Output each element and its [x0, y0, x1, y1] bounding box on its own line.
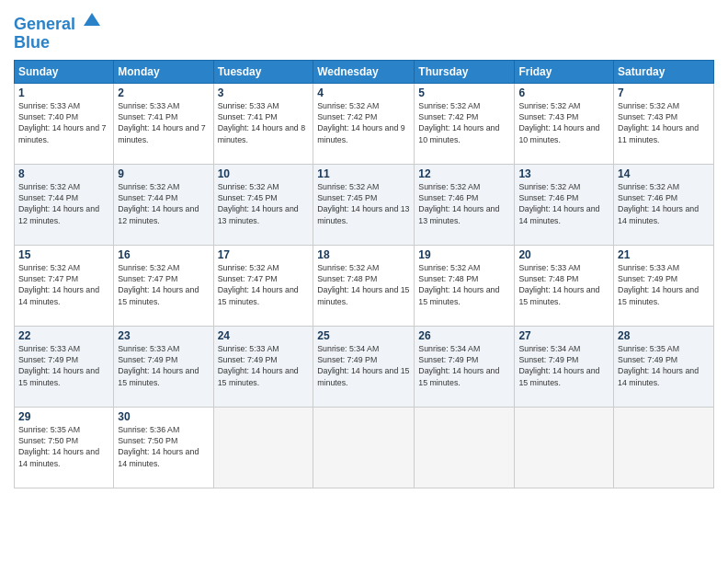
logo-text: General Blue [14, 9, 102, 52]
day-info: Sunrise: 5:32 AM Sunset: 7:48 PM Dayligh… [317, 262, 410, 307]
logo-blue: Blue [14, 33, 50, 52]
day-number: 25 [317, 329, 410, 342]
day-number: 15 [18, 248, 109, 261]
table-row: 25 Sunrise: 5:34 AM Sunset: 7:49 PM Dayl… [313, 326, 415, 407]
day-info: Sunrise: 5:32 AM Sunset: 7:47 PM Dayligh… [18, 262, 109, 307]
day-info: Sunrise: 5:33 AM Sunset: 7:49 PM Dayligh… [218, 343, 310, 388]
day-number: 26 [418, 329, 510, 342]
day-info: Sunrise: 5:32 AM Sunset: 7:46 PM Dayligh… [418, 181, 510, 226]
table-row: 28 Sunrise: 5:35 AM Sunset: 7:49 PM Dayl… [614, 326, 714, 407]
table-row: 17 Sunrise: 5:32 AM Sunset: 7:47 PM Dayl… [213, 245, 313, 326]
day-info: Sunrise: 5:32 AM Sunset: 7:45 PM Dayligh… [218, 181, 310, 226]
day-number: 8 [18, 167, 109, 180]
table-row: 6 Sunrise: 5:32 AM Sunset: 7:43 PM Dayli… [515, 83, 614, 164]
table-row: 9 Sunrise: 5:32 AM Sunset: 7:44 PM Dayli… [114, 164, 213, 245]
calendar-week-row: 8 Sunrise: 5:32 AM Sunset: 7:44 PM Dayli… [15, 164, 714, 245]
table-row: 29 Sunrise: 5:35 AM Sunset: 7:50 PM Dayl… [15, 407, 114, 488]
day-number: 22 [18, 329, 109, 342]
col-sunday: Sunday [15, 60, 114, 83]
table-row: 30 Sunrise: 5:36 AM Sunset: 7:50 PM Dayl… [114, 407, 213, 488]
table-row: 10 Sunrise: 5:32 AM Sunset: 7:45 PM Dayl… [213, 164, 313, 245]
day-number: 17 [218, 248, 310, 261]
table-row: 27 Sunrise: 5:34 AM Sunset: 7:49 PM Dayl… [515, 326, 614, 407]
table-row: 13 Sunrise: 5:32 AM Sunset: 7:46 PM Dayl… [515, 164, 614, 245]
calendar-week-row: 29 Sunrise: 5:35 AM Sunset: 7:50 PM Dayl… [15, 407, 714, 488]
day-number: 23 [118, 329, 209, 342]
day-info: Sunrise: 5:32 AM Sunset: 7:47 PM Dayligh… [118, 262, 209, 307]
table-row: 1 Sunrise: 5:33 AM Sunset: 7:40 PM Dayli… [15, 83, 114, 164]
table-row: 4 Sunrise: 5:32 AM Sunset: 7:42 PM Dayli… [313, 83, 415, 164]
day-number: 16 [118, 248, 209, 261]
col-thursday: Thursday [415, 60, 515, 83]
table-row [313, 407, 415, 488]
table-row [515, 407, 614, 488]
day-info: Sunrise: 5:32 AM Sunset: 7:46 PM Dayligh… [518, 181, 609, 226]
day-info: Sunrise: 5:35 AM Sunset: 7:49 PM Dayligh… [618, 343, 710, 388]
day-info: Sunrise: 5:33 AM Sunset: 7:49 PM Dayligh… [18, 343, 109, 388]
day-number: 20 [518, 248, 609, 261]
day-info: Sunrise: 5:33 AM Sunset: 7:40 PM Dayligh… [18, 100, 109, 145]
day-number: 2 [118, 86, 209, 99]
table-row: 19 Sunrise: 5:32 AM Sunset: 7:48 PM Dayl… [415, 245, 515, 326]
table-row: 5 Sunrise: 5:32 AM Sunset: 7:42 PM Dayli… [415, 83, 515, 164]
calendar-week-row: 15 Sunrise: 5:32 AM Sunset: 7:47 PM Dayl… [15, 245, 714, 326]
day-number: 6 [518, 86, 609, 99]
day-number: 27 [518, 329, 609, 342]
day-number: 19 [418, 248, 510, 261]
calendar-header-row: Sunday Monday Tuesday Wednesday Thursday… [15, 60, 714, 83]
col-monday: Monday [114, 60, 213, 83]
day-info: Sunrise: 5:32 AM Sunset: 7:42 PM Dayligh… [317, 100, 410, 145]
col-wednesday: Wednesday [313, 60, 415, 83]
day-info: Sunrise: 5:34 AM Sunset: 7:49 PM Dayligh… [317, 343, 410, 388]
day-number: 14 [618, 167, 710, 180]
header: General Blue [14, 9, 714, 52]
table-row: 23 Sunrise: 5:33 AM Sunset: 7:49 PM Dayl… [114, 326, 213, 407]
logo: General Blue [14, 9, 102, 52]
day-info: Sunrise: 5:34 AM Sunset: 7:49 PM Dayligh… [518, 343, 609, 388]
day-number: 18 [317, 248, 410, 261]
table-row: 11 Sunrise: 5:32 AM Sunset: 7:45 PM Dayl… [313, 164, 415, 245]
day-number: 21 [618, 248, 710, 261]
day-info: Sunrise: 5:32 AM Sunset: 7:48 PM Dayligh… [418, 262, 510, 307]
calendar-table: Sunday Monday Tuesday Wednesday Thursday… [14, 60, 714, 488]
day-info: Sunrise: 5:33 AM Sunset: 7:41 PM Dayligh… [218, 100, 310, 145]
table-row: 7 Sunrise: 5:32 AM Sunset: 7:43 PM Dayli… [614, 83, 714, 164]
day-number: 3 [218, 86, 310, 99]
calendar-week-row: 22 Sunrise: 5:33 AM Sunset: 7:49 PM Dayl… [15, 326, 714, 407]
page: General Blue Sunday Monday Tuesday Wedne… [0, 0, 728, 563]
table-row: 2 Sunrise: 5:33 AM Sunset: 7:41 PM Dayli… [114, 83, 213, 164]
day-number: 29 [18, 410, 109, 423]
day-info: Sunrise: 5:35 AM Sunset: 7:50 PM Dayligh… [18, 424, 109, 469]
table-row: 12 Sunrise: 5:32 AM Sunset: 7:46 PM Dayl… [415, 164, 515, 245]
svg-marker-0 [84, 13, 100, 26]
day-number: 30 [118, 410, 209, 423]
day-number: 10 [218, 167, 310, 180]
day-info: Sunrise: 5:34 AM Sunset: 7:49 PM Dayligh… [418, 343, 510, 388]
day-number: 11 [317, 167, 410, 180]
day-info: Sunrise: 5:32 AM Sunset: 7:43 PM Dayligh… [518, 100, 609, 145]
table-row: 18 Sunrise: 5:32 AM Sunset: 7:48 PM Dayl… [313, 245, 415, 326]
table-row: 15 Sunrise: 5:32 AM Sunset: 7:47 PM Dayl… [15, 245, 114, 326]
day-info: Sunrise: 5:33 AM Sunset: 7:41 PM Dayligh… [118, 100, 209, 145]
col-saturday: Saturday [614, 60, 714, 83]
calendar-week-row: 1 Sunrise: 5:33 AM Sunset: 7:40 PM Dayli… [15, 83, 714, 164]
col-friday: Friday [515, 60, 614, 83]
day-number: 1 [18, 86, 109, 99]
day-info: Sunrise: 5:36 AM Sunset: 7:50 PM Dayligh… [118, 424, 209, 469]
table-row: 26 Sunrise: 5:34 AM Sunset: 7:49 PM Dayl… [415, 326, 515, 407]
table-row: 24 Sunrise: 5:33 AM Sunset: 7:49 PM Dayl… [213, 326, 313, 407]
table-row: 8 Sunrise: 5:32 AM Sunset: 7:44 PM Dayli… [15, 164, 114, 245]
logo-icon [82, 9, 102, 29]
day-number: 12 [418, 167, 510, 180]
day-info: Sunrise: 5:32 AM Sunset: 7:44 PM Dayligh… [18, 181, 109, 226]
logo-general: General [14, 15, 75, 33]
day-info: Sunrise: 5:33 AM Sunset: 7:49 PM Dayligh… [118, 343, 209, 388]
table-row: 20 Sunrise: 5:33 AM Sunset: 7:48 PM Dayl… [515, 245, 614, 326]
day-info: Sunrise: 5:33 AM Sunset: 7:48 PM Dayligh… [518, 262, 609, 307]
day-info: Sunrise: 5:32 AM Sunset: 7:42 PM Dayligh… [418, 100, 510, 145]
day-number: 28 [618, 329, 710, 342]
table-row: 21 Sunrise: 5:33 AM Sunset: 7:49 PM Dayl… [614, 245, 714, 326]
day-info: Sunrise: 5:33 AM Sunset: 7:49 PM Dayligh… [618, 262, 710, 307]
day-number: 24 [218, 329, 310, 342]
table-row [213, 407, 313, 488]
